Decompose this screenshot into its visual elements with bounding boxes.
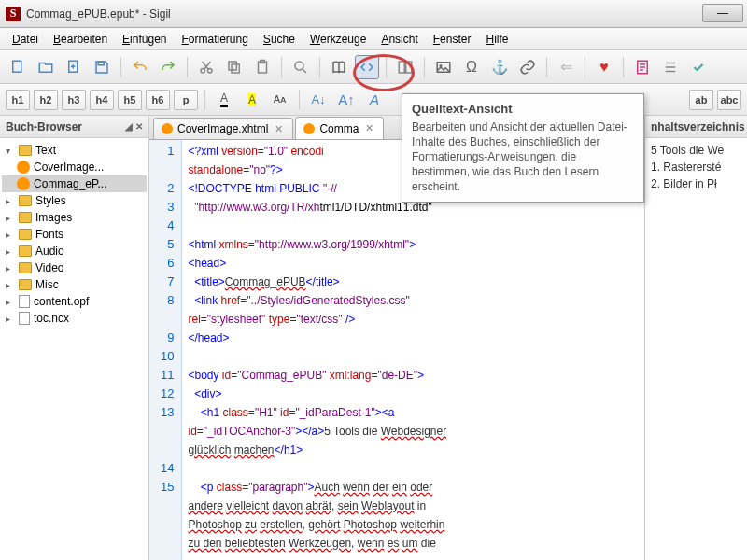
- tooltip-body: Bearbeiten und Ansicht der aktuellen Dat…: [412, 119, 634, 194]
- file-tree: ▾TextCoverImage...Commag_eP...▸Styles▸Im…: [0, 138, 148, 560]
- menu-datei[interactable]: Datei: [6, 31, 45, 48]
- app-icon: S: [6, 7, 21, 21]
- window-title: Commag_ePUB.epub* - Sigil: [26, 7, 171, 21]
- tag-abc-button[interactable]: abc: [717, 90, 741, 110]
- code-view-icon[interactable]: [355, 55, 379, 79]
- highlight-icon[interactable]: A: [240, 88, 264, 112]
- toc-item[interactable]: 5 Tools die We: [651, 142, 741, 159]
- tree-item[interactable]: ▸Misc: [2, 276, 147, 293]
- heading-h3-button[interactable]: h3: [62, 90, 86, 110]
- favorite-icon[interactable]: ♥: [592, 55, 616, 79]
- tree-item[interactable]: ▾Text: [2, 142, 147, 159]
- undo-icon[interactable]: [128, 55, 152, 79]
- save-icon[interactable]: [90, 55, 114, 79]
- sidebar-title: Buch-Browser: [6, 120, 82, 133]
- open-icon[interactable]: [34, 55, 58, 79]
- sidebar: Buch-Browser ◢ ✕ ▾TextCoverImage...Comma…: [0, 116, 149, 560]
- svg-point-9: [295, 62, 303, 70]
- heading-h1-button[interactable]: h1: [6, 90, 30, 110]
- anchor-icon[interactable]: ⚓: [487, 55, 512, 79]
- link-icon[interactable]: [515, 55, 540, 79]
- tooltip: Quelltext-Ansicht Bearbeiten und Ansicht…: [402, 93, 644, 203]
- menu-werkzeuge[interactable]: Werkzeuge: [303, 31, 373, 48]
- sidebar-controls[interactable]: ◢ ✕: [125, 121, 143, 132]
- code-area[interactable]: 1 2345678 910111213 1415 <?xml version="…: [149, 140, 644, 560]
- heading-h2-button[interactable]: h2: [34, 90, 58, 110]
- toc-icon[interactable]: [658, 55, 683, 79]
- tree-item[interactable]: ▸toc.ncx: [2, 310, 147, 327]
- svg-rect-5: [232, 64, 239, 73]
- close-tab-icon[interactable]: ✕: [273, 123, 285, 135]
- toc-panel: nhaltsverzeichnis 5 Tools die We1. Raste…: [644, 116, 747, 560]
- sidebar-header: Buch-Browser ◢ ✕: [0, 116, 148, 138]
- svg-rect-2: [98, 62, 104, 65]
- menu-bearbeiten[interactable]: Bearbeiten: [47, 31, 114, 48]
- svg-rect-6: [229, 62, 236, 70]
- cut-icon[interactable]: [194, 55, 218, 79]
- tree-item[interactable]: ▸Styles: [2, 192, 147, 209]
- menu-suche[interactable]: Suche: [257, 31, 302, 48]
- line-gutter: 1 2345678 910111213 1415: [149, 140, 182, 560]
- toc-list: 5 Tools die We1. Rasterersté2. Bilder in…: [645, 138, 747, 196]
- paste-icon[interactable]: [250, 55, 275, 79]
- editor-tab[interactable]: Comma✕: [295, 117, 384, 139]
- text-larger-icon[interactable]: A↑: [334, 88, 359, 112]
- search-icon[interactable]: [289, 55, 313, 79]
- add-file-icon[interactable]: [62, 55, 86, 79]
- font-color-icon[interactable]: A: [212, 88, 236, 112]
- heading-h4-button[interactable]: h4: [90, 90, 114, 110]
- menubar: DateiBearbeitenEinfügenFormatierungSuche…: [0, 28, 747, 50]
- special-char-icon[interactable]: Ω: [459, 55, 484, 79]
- menu-fenster[interactable]: Fenster: [427, 31, 478, 48]
- svg-rect-10: [399, 62, 404, 73]
- validate-icon[interactable]: [686, 55, 711, 79]
- tree-item[interactable]: ▸Video: [2, 259, 147, 276]
- text-style-icon[interactable]: A: [362, 88, 387, 112]
- source-code[interactable]: <?xml version="1.0" encodi standalone="n…: [182, 140, 452, 560]
- tree-item[interactable]: CoverImage...: [2, 159, 147, 175]
- toc-header: nhaltsverzeichnis: [645, 116, 747, 138]
- tree-item[interactable]: ▸Images: [2, 209, 147, 226]
- tree-item[interactable]: ▸Audio: [2, 243, 147, 259]
- minimize-button[interactable]: —: [702, 4, 743, 22]
- titlebar: S Commag_ePUB.epub* - Sigil —: [0, 0, 747, 28]
- redo-icon[interactable]: [156, 55, 180, 79]
- new-icon[interactable]: [6, 55, 30, 79]
- menu-hilfe[interactable]: Hilfe: [479, 31, 514, 48]
- book-view-icon[interactable]: [327, 55, 351, 79]
- toc-item[interactable]: 2. Bilder in Pł: [651, 175, 741, 192]
- close-tab-icon[interactable]: ✕: [363, 122, 375, 134]
- tree-item[interactable]: Commag_eP...: [2, 175, 147, 192]
- toc-item[interactable]: 1. Rasterersté: [651, 159, 741, 175]
- tooltip-title: Quelltext-Ansicht: [412, 102, 634, 116]
- metadata-icon[interactable]: [630, 55, 655, 79]
- tag-ab-button[interactable]: ab: [689, 90, 713, 110]
- menu-einfügen[interactable]: Einfügen: [116, 31, 173, 48]
- toolbar-main: Ω ⚓ ⇐ ♥: [0, 50, 747, 84]
- heading-p-button[interactable]: p: [174, 90, 198, 110]
- editor-tab[interactable]: CoverImage.xhtml✕: [153, 118, 293, 139]
- menu-formatierung[interactable]: Formatierung: [175, 31, 254, 48]
- copy-icon[interactable]: [222, 55, 247, 79]
- heading-h6-button[interactable]: h6: [146, 90, 170, 110]
- svg-rect-11: [406, 62, 412, 73]
- svg-rect-0: [13, 61, 21, 72]
- font-size-icon[interactable]: Aᴀ: [268, 88, 292, 112]
- image-icon[interactable]: [431, 55, 456, 79]
- split-icon[interactable]: [393, 55, 417, 79]
- heading-h5-button[interactable]: h5: [118, 90, 142, 110]
- text-smaller-icon[interactable]: A↓: [306, 88, 331, 112]
- back-icon[interactable]: ⇐: [554, 55, 578, 79]
- tree-item[interactable]: ▸content.opf: [2, 293, 147, 310]
- menu-ansicht[interactable]: Ansicht: [374, 31, 424, 48]
- tree-item[interactable]: ▸Fonts: [2, 226, 147, 243]
